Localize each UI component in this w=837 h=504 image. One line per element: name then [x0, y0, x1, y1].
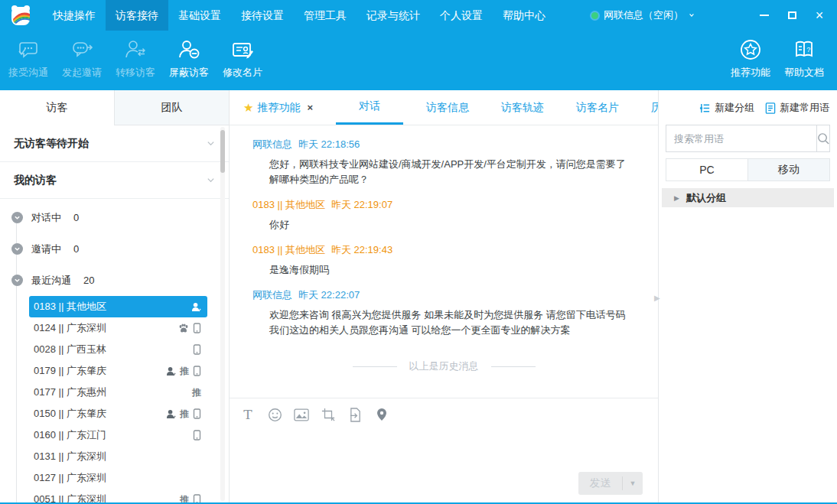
- visitor-row[interactable]: 0127 || 广东深圳: [29, 467, 207, 489]
- visitor-list: 0183 || 其他地区 0124 || 广东深圳 0028 || 广西玉林 0…: [0, 296, 229, 504]
- new-group-icon: [699, 102, 711, 114]
- group-recent-chats[interactable]: 最近沟通 20: [0, 265, 229, 296]
- no-visitor-waiting-section[interactable]: 无访客等待开始: [0, 125, 229, 162]
- visitor-groups: 对话中 0 邀请中 0 最近沟通 20 0183 || 其他地区 0124 ||…: [0, 199, 229, 504]
- visitor-row[interactable]: 0051 || 广东深圳 推: [29, 489, 207, 504]
- help-doc-icon: ?: [791, 37, 817, 63]
- push-badge: 推: [180, 365, 189, 378]
- transfer-visitor-button[interactable]: 转移访客: [109, 37, 162, 80]
- no-visitor-waiting-label: 无访客等待开始: [14, 137, 89, 151]
- edit-card-icon: [230, 37, 256, 63]
- chat-message: 网联信息昨天 22:18:56 您好，网联科技专业网站建设/商城开发/APP开发…: [252, 138, 635, 187]
- chat-area: ★ 推荐功能 × 对话 访客信息 访客轨迹 访客名片 历史 网联信息昨天 22:…: [230, 90, 658, 504]
- tab-history[interactable]: 历史: [642, 90, 658, 125]
- start-invite-button[interactable]: 发起邀请: [55, 37, 109, 80]
- message-time: 昨天 22:19:43: [331, 244, 392, 255]
- message-time: 昨天 22:19:07: [331, 199, 392, 210]
- menu-item-management-tools[interactable]: 管理工具: [294, 0, 357, 31]
- my-visitors-section[interactable]: 我的访客: [0, 162, 229, 199]
- tab-visitor-card[interactable]: 访客名片: [567, 90, 628, 125]
- group-count: 20: [83, 275, 94, 286]
- block-visitor-icon: [176, 37, 202, 63]
- group-count: 0: [73, 243, 79, 255]
- send-file-icon[interactable]: [347, 407, 363, 422]
- push-badge: 推: [192, 386, 201, 399]
- recommended-features-button[interactable]: 推荐功能: [724, 37, 777, 80]
- visitor-row[interactable]: 0150 || 广东肇庆 推: [29, 403, 207, 424]
- star-icon: ★: [243, 101, 253, 115]
- group-collapse-icon[interactable]: [11, 275, 23, 286]
- sidebar-scrollbar-thumb[interactable]: [220, 130, 225, 173]
- menu-item-quick-actions[interactable]: 快捷操作: [43, 0, 106, 31]
- send-options-caret-icon[interactable]: ▼: [623, 480, 643, 487]
- visitor-row[interactable]: 0177 || 广东惠州 推: [29, 382, 207, 403]
- chat-tabs: ★ 推荐功能 × 对话 访客信息 访客轨迹 访客名片 历史: [230, 90, 658, 125]
- status-online-dot: [591, 12, 598, 19]
- menu-item-visitor-reception[interactable]: 访客接待: [106, 0, 168, 31]
- tab-visitors[interactable]: 访客: [0, 90, 114, 125]
- agent-status-selector[interactable]: 网联信息（空闲）: [591, 0, 695, 31]
- screenshot-icon[interactable]: [321, 407, 336, 422]
- history-divider: 以上是历史消息: [252, 359, 635, 373]
- visitor-row[interactable]: 0183 || 其他地区: [29, 296, 207, 317]
- my-visitors-label: 我的访客: [14, 174, 57, 187]
- new-phrase-button[interactable]: 新建常用语: [765, 101, 829, 115]
- visitor-row[interactable]: 0028 || 广西玉林: [29, 339, 207, 360]
- group-inviting[interactable]: 邀请中 0: [0, 233, 229, 265]
- visitor-row[interactable]: 0179 || 广东肇庆 推: [29, 360, 207, 382]
- menu-item-reception-settings[interactable]: 接待设置: [231, 0, 294, 31]
- visitor-row[interactable]: 0160 || 广东江门: [29, 424, 207, 446]
- push-badge: 推: [180, 408, 189, 421]
- block-visitor-button[interactable]: 屏蔽访客: [162, 37, 216, 80]
- svg-text:?: ?: [806, 46, 810, 54]
- search-input[interactable]: [666, 125, 816, 151]
- tab-team[interactable]: 团队: [114, 90, 229, 125]
- visitor-row[interactable]: 0131 || 广东深圳: [29, 446, 207, 467]
- person-icon: [166, 409, 176, 419]
- new-group-button[interactable]: 新建分组: [699, 101, 754, 115]
- send-button[interactable]: 发送 ▼: [578, 472, 643, 495]
- visitor-sidebar: 访客 团队 无访客等待开始 我的访客 对话中 0 邀请中 0: [0, 90, 230, 504]
- menu-item-help-center[interactable]: 帮助中心: [493, 0, 555, 31]
- emoji-icon[interactable]: [267, 407, 282, 422]
- menu-item-records-stats[interactable]: 记录与统计: [357, 0, 430, 31]
- minimize-icon[interactable]: [754, 5, 774, 25]
- accept-chat-button[interactable]: 接受沟通: [2, 37, 55, 80]
- tab-visitor-info[interactable]: 访客信息: [417, 90, 478, 125]
- message-list[interactable]: 网联信息昨天 22:18:56 您好，网联科技专业网站建设/商城开发/APP开发…: [230, 125, 658, 398]
- mobile-icon: [193, 408, 201, 419]
- message-input[interactable]: [230, 431, 658, 470]
- group-collapse-icon[interactable]: [11, 243, 23, 255]
- panel-collapse-icon[interactable]: ▶: [654, 292, 661, 304]
- message-sender: 0183 || 其他地区: [252, 199, 325, 210]
- location-icon[interactable]: [374, 407, 389, 422]
- close-tab-icon[interactable]: ×: [307, 102, 313, 113]
- tab-pc[interactable]: PC: [666, 159, 747, 180]
- tab-mobile[interactable]: 移动: [747, 159, 829, 180]
- tab-conversation[interactable]: 对话: [336, 90, 403, 125]
- tab-visitor-track[interactable]: 访客轨迹: [492, 90, 553, 125]
- edit-card-button[interactable]: 修改名片: [216, 37, 269, 80]
- sidebar-tabs: 访客 团队: [0, 90, 229, 125]
- group-in-conversation[interactable]: 对话中 0: [0, 202, 229, 233]
- search-button[interactable]: [816, 125, 830, 151]
- mobile-icon: [193, 344, 201, 355]
- group-collapse-icon[interactable]: [11, 212, 23, 223]
- send-button-label: 发送: [578, 476, 622, 490]
- message-text: 你好: [269, 217, 629, 232]
- help-docs-button[interactable]: ? 帮助文档: [777, 37, 831, 80]
- menu-item-personal-settings[interactable]: 个人设置: [430, 0, 493, 31]
- search-icon: [817, 132, 830, 145]
- visitor-row[interactable]: 0124 || 广东深圳: [29, 317, 207, 339]
- text-format-icon[interactable]: T: [240, 407, 256, 422]
- chevron-down-icon: [207, 176, 215, 184]
- transfer-visitor-icon: [122, 37, 148, 63]
- close-icon[interactable]: ×: [809, 5, 829, 25]
- default-group-row[interactable]: ▶ 默认分组: [662, 188, 834, 207]
- message-text: 您好，网联科技专业网站建设/商城开发/APP开发/平台定制开发，请问您是需要了解…: [269, 157, 629, 187]
- menu-item-basic-settings[interactable]: 基础设置: [168, 0, 231, 31]
- maximize-icon[interactable]: [782, 5, 802, 25]
- tab-recommended-features[interactable]: ★ 推荐功能 ×: [242, 90, 322, 125]
- image-icon[interactable]: [294, 407, 309, 422]
- message-time: 昨天 22:22:07: [298, 289, 360, 301]
